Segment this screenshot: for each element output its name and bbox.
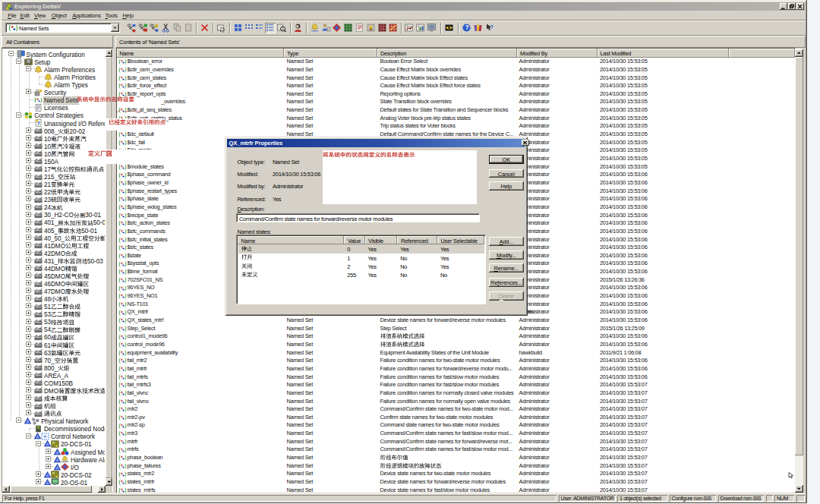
svg-text:?: ? [490,24,493,30]
svg-text:?: ? [465,24,468,31]
